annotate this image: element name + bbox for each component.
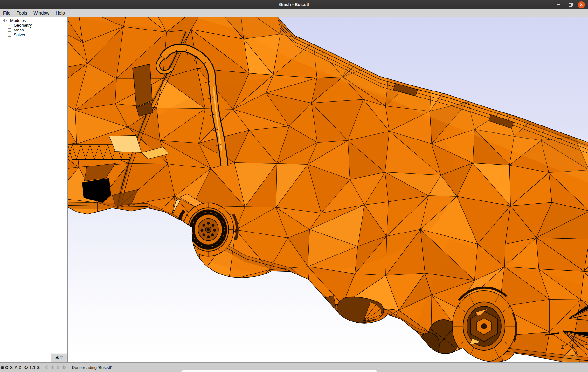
gmsh-window: Gmsh - Bus.stl × File Tools Window Help <box>0 0 588 372</box>
tree-item-label: Modules <box>10 18 26 23</box>
menubar: File Tools Window Help <box>0 9 588 17</box>
media-controls <box>43 365 67 370</box>
step-forward-icon[interactable] <box>61 365 67 370</box>
close-button[interactable]: × <box>577 0 586 9</box>
close-icon: × <box>580 2 583 7</box>
status-message: Done reading 'Bus.stl' <box>72 365 112 370</box>
maximize-icon <box>569 3 573 7</box>
axis-x-label: X <box>574 350 578 356</box>
tree-item-label: Solver <box>14 32 25 37</box>
window-title: Gmsh - Bus.stl <box>279 2 309 7</box>
tree-item-geometry[interactable]: + Geometry <box>8 23 32 28</box>
expand-toggle-icon[interactable]: + <box>8 33 11 37</box>
module-tree-panel: - Modules + Geometry + Mesh + Solver ✱ ▽ <box>0 17 68 362</box>
body-shade <box>125 78 456 275</box>
ortho-button[interactable]: O <box>5 365 8 370</box>
s-button[interactable]: S <box>37 365 40 370</box>
x-view-button[interactable]: X <box>10 365 13 370</box>
skip-start-icon[interactable] <box>43 365 49 370</box>
tree-item-modules[interactable]: - Modules <box>4 18 26 23</box>
z-view-button[interactable]: Z <box>19 365 21 370</box>
titlebar[interactable]: Gmsh - Bus.stl × <box>0 0 588 9</box>
minimize-button[interactable] <box>554 0 563 9</box>
statusbar-menu-icon[interactable]: ≡ <box>1 365 4 370</box>
y-view-button[interactable]: Y <box>14 365 17 370</box>
tree-connector <box>6 22 6 35</box>
one-to-one-button[interactable]: 1:1 <box>29 365 35 370</box>
menu-tools[interactable]: Tools <box>14 9 31 17</box>
tree-item-label: Mesh <box>14 28 24 32</box>
expand-toggle-icon[interactable]: + <box>8 24 11 27</box>
menu-file[interactable]: File <box>0 9 14 17</box>
mirror-glass <box>133 64 152 107</box>
maximize-button[interactable] <box>566 0 575 9</box>
rotate-view-icon[interactable]: ↻ <box>24 365 28 370</box>
menu-help[interactable]: Help <box>52 9 68 17</box>
menu-window[interactable]: Window <box>30 9 52 17</box>
tree-connector <box>3 18 3 20</box>
tree-options-button[interactable]: ✱ ▽ <box>51 353 67 362</box>
minimize-icon <box>557 4 560 5</box>
tree-item-solver[interactable]: + Solver <box>8 32 25 37</box>
step-back-icon[interactable] <box>49 365 55 370</box>
3d-viewport[interactable]: Y Z X <box>68 17 588 362</box>
chevron-down-icon: ▽ <box>60 356 63 359</box>
expand-toggle-icon[interactable]: + <box>8 28 11 32</box>
bus-mesh-model: Y Z X <box>68 17 588 362</box>
bottom-popup-edge <box>181 370 378 372</box>
gear-icon: ✱ <box>55 355 59 360</box>
mesh-canvas[interactable]: Y Z X <box>68 17 588 362</box>
play-icon[interactable] <box>55 365 61 370</box>
collapse-toggle-icon[interactable]: - <box>4 19 8 22</box>
tree-item-mesh[interactable]: + Mesh <box>8 28 24 32</box>
tree-item-label: Geometry <box>14 23 32 28</box>
